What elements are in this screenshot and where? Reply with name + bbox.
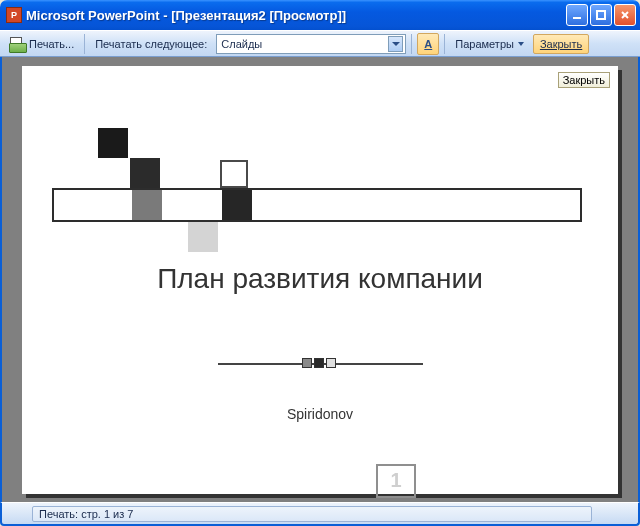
decor-square	[222, 190, 252, 220]
decor-square	[220, 160, 248, 188]
app-icon: P	[6, 7, 22, 23]
window-close-button[interactable]	[614, 4, 636, 26]
decor-square	[132, 190, 162, 220]
chevron-down-icon	[518, 42, 524, 46]
svg-rect-1	[597, 11, 605, 19]
close-preview-label: Закрыть	[540, 38, 582, 50]
print-preview-toolbar: Печать... Печатать следующее: Слайды A П…	[0, 30, 640, 57]
title-bar: P Microsoft PowerPoint - [Презентация2 […	[0, 0, 640, 30]
minimize-button[interactable]	[566, 4, 588, 26]
decor-square	[130, 158, 160, 188]
close-preview-button[interactable]: Закрыть	[533, 34, 589, 54]
print-what-label: Печатать следующее:	[95, 38, 207, 50]
slide-title: План развития компании	[22, 263, 618, 295]
status-text: Печать: стр. 1 из 7	[39, 508, 133, 520]
separator	[444, 34, 445, 54]
print-what-dropdown[interactable]: Слайды	[216, 34, 406, 54]
decor-cube	[314, 358, 324, 368]
decor-square	[98, 128, 128, 158]
slide-author: Spiridonov	[22, 406, 618, 422]
options-button[interactable]: Параметры	[450, 33, 529, 55]
frame-letter: A	[424, 38, 432, 50]
chevron-down-icon	[388, 36, 403, 52]
slide-number-box: 1	[376, 464, 416, 498]
print-what-label-wrap: Печатать следующее:	[90, 33, 212, 55]
decor-cube	[326, 358, 336, 368]
status-segment: Печать: стр. 1 из 7	[32, 506, 592, 522]
slide-page[interactable]: Закрыть План развития компании Spiridono…	[22, 66, 618, 494]
separator	[411, 34, 412, 54]
divider-line	[218, 363, 423, 365]
print-button[interactable]: Печать...	[4, 33, 79, 55]
window-buttons	[566, 4, 636, 26]
window-title: Microsoft PowerPoint - [Презентация2 [Пр…	[26, 8, 566, 23]
print-label: Печать...	[29, 38, 74, 50]
preview-workspace: Закрыть План развития компании Spiridono…	[0, 57, 640, 502]
options-label: Параметры	[455, 38, 514, 50]
decor-cube	[302, 358, 312, 368]
slide-number: 1	[390, 469, 401, 492]
decor-square	[188, 222, 218, 252]
frame-slides-button[interactable]: A	[417, 33, 439, 55]
svg-rect-0	[573, 17, 581, 19]
status-bar: Печать: стр. 1 из 7	[0, 502, 640, 526]
print-what-value: Слайды	[221, 38, 262, 50]
printer-icon	[9, 37, 25, 51]
separator	[84, 34, 85, 54]
maximize-button[interactable]	[590, 4, 612, 26]
